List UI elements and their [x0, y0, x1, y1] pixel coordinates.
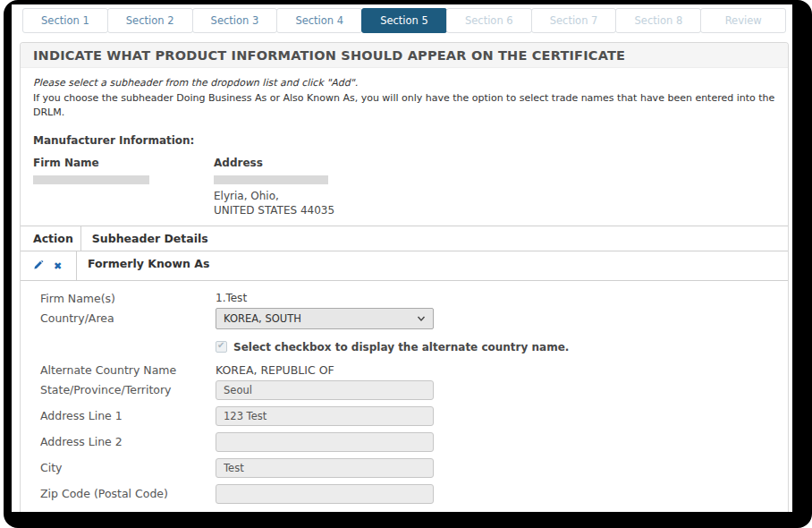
delete-x-icon[interactable]: ✖	[54, 261, 62, 271]
row-actions: ✖	[21, 251, 77, 280]
tab-review: Review	[700, 8, 786, 33]
firm-name-redacted-value	[33, 175, 149, 184]
address-line-1-label: Address Line 1	[40, 409, 216, 422]
section-5-panel: INDICATE WHAT PRODUCT INFORMATION SHOULD…	[20, 42, 789, 512]
tab-section-4[interactable]: Section 4	[276, 8, 362, 33]
page-title: INDICATE WHAT PRODUCT INFORMATION SHOULD…	[21, 43, 788, 68]
row-subheader-name: Formerly Known As	[77, 251, 788, 280]
address-lines: Elyria, Ohio, UNITED STATES 44035	[214, 189, 334, 217]
table-row: ✖ Formerly Known As	[21, 251, 788, 281]
zip-code-label: Zip Code (Postal Code)	[40, 487, 216, 500]
subheader-table-header: Action Subheader Details	[21, 226, 788, 251]
tab-section-1[interactable]: Section 1	[22, 8, 108, 33]
edit-pencil-icon[interactable]	[33, 258, 44, 275]
country-area-selected-value: KOREA, SOUTH	[224, 312, 301, 325]
state-province-label: State/Province/Territory	[40, 383, 216, 396]
tab-section-5[interactable]: Section 5	[361, 8, 447, 33]
address-line-1-input[interactable]	[216, 406, 434, 426]
firm-names-label: Firm Name(s)	[40, 292, 216, 305]
city-input[interactable]	[216, 458, 434, 478]
address-city-line: Elyria, Ohio,	[214, 189, 334, 203]
instruction-line-1: Please select a subheader from the dropd…	[33, 76, 775, 91]
alternate-country-checkbox[interactable]	[216, 341, 227, 353]
manufacturer-info: Firm Name Address Elyria, Ohio, UNITED S…	[33, 157, 775, 217]
page: Section 1 Section 2 Section 3 Section 4 …	[12, 4, 792, 512]
address-column: Address Elyria, Ohio, UNITED STATES 4403…	[214, 157, 334, 217]
details-column-header: Subheader Details	[81, 226, 788, 251]
tab-section-8: Section 8	[615, 8, 701, 33]
screenshot-frame: Section 1 Section 2 Section 3 Section 4 …	[4, 0, 812, 528]
zip-code-input[interactable]	[216, 484, 434, 504]
city-label: City	[40, 461, 216, 474]
instructions: Please select a subheader from the dropd…	[21, 68, 788, 121]
subheader-table: Action Subheader Details ✖ Formerly Know…	[21, 226, 788, 512]
country-area-label: Country/Area	[40, 311, 216, 325]
tab-section-2[interactable]: Section 2	[107, 8, 193, 33]
address-line-2-input[interactable]	[216, 432, 434, 452]
address-redacted-value	[214, 175, 328, 184]
subheader-detail: Firm Name(s) 1.Test Country/Area KOREA, …	[21, 281, 788, 512]
state-province-input[interactable]	[216, 380, 434, 400]
chevron-down-icon	[417, 314, 426, 323]
tab-section-3[interactable]: Section 3	[192, 8, 278, 33]
address-line-2-label: Address Line 2	[40, 435, 216, 448]
country-area-select[interactable]: KOREA, SOUTH	[216, 308, 434, 329]
firm-name-column: Firm Name	[33, 157, 214, 217]
action-column-header: Action	[21, 226, 81, 251]
manufacturer-heading: Manufacturer Information:	[33, 134, 775, 147]
address-label: Address	[214, 157, 334, 169]
firm-names-value: 1.Test	[216, 292, 247, 304]
address-country-line: UNITED STATES 44035	[214, 203, 334, 217]
tab-section-7: Section 7	[531, 8, 617, 33]
alternate-country-value: KOREA, REPUBLIC OF	[216, 363, 334, 377]
section-tabbar: Section 1 Section 2 Section 3 Section 4 …	[22, 8, 785, 33]
alternate-country-label: Alternate Country Name	[40, 363, 216, 377]
alternate-country-checkbox-label: Select checkbox to display the alternate…	[233, 341, 569, 353]
instruction-line-2: If you choose the subheader Doing Busine…	[33, 91, 775, 121]
firm-name-label: Firm Name	[33, 157, 214, 169]
tab-section-6: Section 6	[446, 8, 532, 33]
